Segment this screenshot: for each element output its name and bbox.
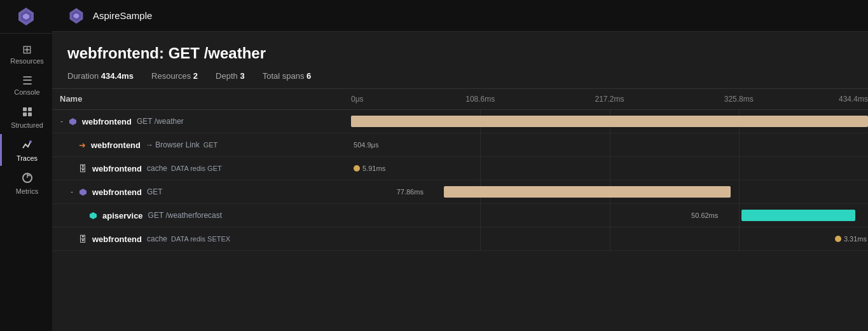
- sidebar-header: [0, 0, 52, 34]
- row-operation: GET: [147, 187, 163, 196]
- svg-marker-14: [90, 212, 97, 219]
- row-operation: GET /weather: [137, 117, 184, 126]
- span-bar: [741, 210, 855, 221]
- page-title: webfrontend: GET /weather: [67, 44, 853, 62]
- sidebar: ⊞ Resources ☰ Console Structured Traces …: [0, 0, 52, 331]
- total-spans-value: 6: [307, 71, 311, 81]
- table-row[interactable]: 🗄webfrontend cache DATA redis GET5.91ms: [52, 157, 868, 180]
- row-service-name: webfrontend: [92, 234, 142, 244]
- row-service-name: apiservice: [102, 211, 143, 220]
- row-timeline-col: [351, 110, 868, 133]
- row-timeline-col: 77.86ms: [351, 180, 868, 203]
- resources-value: 2: [193, 71, 198, 81]
- trace-container: Name 0μs108.6ms217.2ms325.8ms434.4ms -we…: [52, 88, 868, 331]
- app-header: AspireSample: [52, 0, 868, 32]
- depth-value: 3: [240, 71, 244, 81]
- grid-line-3: [739, 180, 740, 203]
- table-row[interactable]: 🗄webfrontend cache DATA redis SETEX3.31m…: [52, 227, 868, 251]
- trace-table-header: Name 0μs108.6ms217.2ms325.8ms434.4ms: [52, 88, 868, 110]
- grid-line-1: [480, 227, 481, 250]
- row-name-col: 🗄webfrontend cache DATA redis SETEX: [52, 231, 351, 248]
- svg-rect-5: [23, 112, 27, 116]
- span-bar: [351, 116, 868, 127]
- resources-icon: ⊞: [22, 44, 32, 55]
- span-bar-label: 50.62ms: [691, 210, 718, 221]
- row-tags: DATA redis SETEX: [171, 235, 230, 243]
- timeline-labels: 0μs108.6ms217.2ms325.8ms434.4ms: [351, 89, 868, 109]
- resources-label: Resources 2: [151, 71, 198, 81]
- timeline-label-3: 325.8ms: [724, 95, 754, 104]
- total-spans-label: Total spans 6: [263, 71, 312, 81]
- svg-point-7: [29, 140, 32, 143]
- span-bar-label: 77.86ms: [397, 186, 424, 198]
- table-row[interactable]: apiservice GET /weatherforecast50.62ms: [52, 204, 868, 227]
- dot-gold-icon: [835, 236, 841, 242]
- service-icon: 🗄: [79, 164, 87, 173]
- structured-icon: [22, 106, 33, 119]
- sidebar-item-metrics[interactable]: Metrics: [0, 167, 52, 199]
- table-row[interactable]: ➜webfrontend → Browser Link GET504.9μs: [52, 133, 868, 157]
- grid-line-1: [480, 133, 481, 156]
- grid-line-2: [610, 133, 610, 156]
- service-icon: [89, 212, 97, 220]
- row-service-name: webfrontend: [91, 140, 141, 150]
- svg-marker-12: [69, 118, 76, 125]
- row-name-col: -webfrontend GET /weather: [52, 113, 351, 130]
- grid-line-3: [739, 157, 740, 180]
- timeline-label-4: 434.4ms: [839, 95, 868, 104]
- main-area: AspireSample webfrontend: GET /weather D…: [52, 0, 868, 331]
- row-name-col: apiservice GET /weatherforecast: [52, 207, 351, 224]
- col-timeline-header: 0μs108.6ms217.2ms325.8ms434.4ms: [351, 89, 868, 109]
- row-timeline-col: 3.31ms: [351, 227, 868, 250]
- row-operation: cache: [147, 164, 167, 173]
- sidebar-item-resources-label: Resources: [10, 57, 44, 65]
- table-row[interactable]: -webfrontend GET /weather: [52, 110, 868, 133]
- depth-label: Depth 3: [216, 71, 245, 81]
- service-icon: [69, 118, 77, 126]
- grid-line-1: [480, 157, 481, 180]
- row-timeline-col: 504.9μs: [351, 133, 868, 156]
- sidebar-item-resources[interactable]: ⊞ Resources: [0, 39, 52, 69]
- row-tags: DATA redis GET: [171, 165, 222, 172]
- duration-label: Duration 434.4ms: [67, 71, 134, 81]
- service-icon: ➜: [79, 140, 86, 150]
- grid-line-2: [610, 157, 610, 180]
- expand-button[interactable]: -: [57, 117, 66, 126]
- trace-rows: -webfrontend GET /weather➜webfrontend → …: [52, 110, 868, 331]
- grid-line-1: [480, 204, 481, 227]
- expand-button[interactable]: -: [67, 187, 76, 196]
- table-row[interactable]: -webfrontend GET77.86ms: [52, 180, 868, 204]
- span-bar-label: 5.91ms: [354, 163, 385, 174]
- sidebar-item-metrics-label: Metrics: [16, 187, 38, 195]
- sidebar-item-console-label: Console: [14, 88, 39, 96]
- span-bar: [444, 186, 731, 198]
- grid-line-3: [739, 133, 740, 156]
- grid-line-3: [739, 227, 740, 250]
- svg-marker-13: [79, 189, 86, 196]
- row-operation: → Browser Link: [146, 140, 200, 149]
- col-name-header: Name: [52, 89, 351, 109]
- row-timeline-col: 5.91ms: [351, 157, 868, 180]
- row-name-col: -webfrontend GET: [52, 184, 351, 201]
- sidebar-item-structured[interactable]: Structured: [0, 101, 52, 133]
- grid-line-2: [610, 227, 610, 250]
- dot-gold-icon: [354, 165, 360, 172]
- svg-rect-3: [23, 107, 27, 111]
- page-header: webfrontend: GET /weather Duration 434.4…: [52, 32, 868, 88]
- sidebar-nav: ⊞ Resources ☰ Console Structured Traces …: [0, 36, 52, 199]
- span-bar-label: 3.31ms: [835, 233, 867, 245]
- page-meta: Duration 434.4ms Resources 2 Depth 3 Tot…: [67, 71, 853, 81]
- grid-line-2: [610, 204, 610, 227]
- row-tags: GET: [203, 141, 218, 149]
- row-service-name: webfrontend: [82, 117, 132, 126]
- sidebar-item-traces-label: Traces: [17, 154, 38, 162]
- sidebar-item-console[interactable]: ☰ Console: [0, 70, 52, 100]
- row-operation: cache: [147, 234, 167, 243]
- row-name-col: ➜webfrontend → Browser Link GET: [52, 137, 351, 154]
- grid-line-3: [739, 204, 740, 227]
- sidebar-item-traces[interactable]: Traces: [0, 134, 52, 166]
- span-bar-label: 504.9μs: [354, 139, 378, 151]
- row-service-name: webfrontend: [92, 164, 142, 173]
- row-timeline-col: 50.62ms: [351, 204, 868, 227]
- sidebar-item-structured-label: Structured: [11, 121, 43, 129]
